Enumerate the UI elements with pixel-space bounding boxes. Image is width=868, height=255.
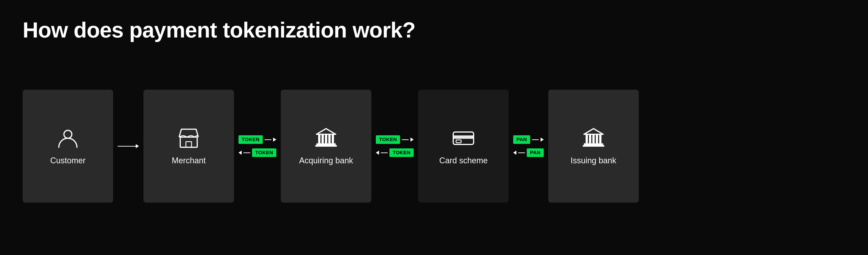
diagram-container: Customer Merchant bbox=[23, 56, 845, 237]
node-customer: Customer bbox=[23, 90, 113, 203]
svg-rect-16 bbox=[589, 135, 591, 143]
node-issuing-bank: Issuing bank bbox=[548, 90, 639, 203]
merchant-label: Merchant bbox=[172, 156, 206, 165]
svg-rect-15 bbox=[586, 135, 588, 143]
svg-rect-9 bbox=[316, 143, 336, 145]
token-badge-top-2: TOKEN bbox=[376, 135, 400, 144]
svg-rect-20 bbox=[584, 143, 603, 145]
svg-marker-3 bbox=[316, 129, 336, 134]
svg-rect-21 bbox=[583, 145, 604, 147]
svg-rect-10 bbox=[315, 145, 337, 147]
page-title: How does payment tokenization work? bbox=[23, 18, 845, 42]
simple-arrow bbox=[118, 144, 139, 148]
token-badge-bottom-1: TOKEN bbox=[252, 148, 276, 157]
svg-rect-6 bbox=[325, 135, 327, 143]
svg-rect-8 bbox=[332, 135, 334, 143]
svg-rect-4 bbox=[318, 135, 320, 143]
bank-icon-acquiring bbox=[315, 127, 337, 149]
svg-rect-19 bbox=[599, 135, 601, 143]
connector-4: PAN PAN bbox=[509, 135, 548, 157]
page-container: How does payment tokenization work? Cust… bbox=[0, 0, 868, 255]
card-icon bbox=[452, 127, 475, 149]
token-badge-top-1: TOKEN bbox=[239, 135, 263, 144]
token-badge-bottom-2: TOKEN bbox=[390, 148, 414, 157]
connector-3: TOKEN TOKEN bbox=[371, 135, 418, 157]
card-scheme-label: Card scheme bbox=[439, 156, 488, 165]
connector-1 bbox=[113, 144, 144, 148]
token-right-top-2: TOKEN bbox=[376, 135, 414, 144]
pan-left-bottom: PAN bbox=[513, 148, 544, 157]
svg-rect-18 bbox=[596, 135, 598, 143]
token-right-top: TOKEN bbox=[239, 135, 276, 144]
customer-label: Customer bbox=[50, 156, 86, 165]
pan-right-top: PAN bbox=[513, 135, 544, 144]
acquiring-bank-label: Acquiring bank bbox=[299, 156, 353, 165]
svg-point-0 bbox=[64, 130, 72, 138]
svg-rect-5 bbox=[321, 135, 324, 143]
svg-rect-7 bbox=[328, 135, 331, 143]
token-left-bottom-2: TOKEN bbox=[376, 148, 414, 157]
node-card-scheme: Card scheme bbox=[418, 90, 509, 203]
svg-rect-12 bbox=[453, 136, 474, 139]
bank-icon-issuing bbox=[582, 127, 605, 149]
issuing-bank-label: Issuing bank bbox=[570, 156, 616, 165]
connector-2: TOKEN TOKEN bbox=[234, 135, 281, 157]
pan-badge-bottom: PAN bbox=[527, 148, 544, 157]
person-icon bbox=[57, 127, 79, 149]
svg-rect-1 bbox=[180, 137, 197, 147]
svg-marker-14 bbox=[584, 129, 603, 134]
svg-rect-13 bbox=[456, 140, 461, 143]
svg-rect-2 bbox=[186, 142, 192, 147]
svg-rect-17 bbox=[592, 135, 595, 143]
node-acquiring-bank: Acquiring bank bbox=[281, 90, 371, 203]
store-icon bbox=[177, 127, 200, 149]
pan-badge-top: PAN bbox=[513, 135, 530, 144]
token-left-bottom: TOKEN bbox=[239, 148, 276, 157]
node-merchant: Merchant bbox=[144, 90, 234, 203]
